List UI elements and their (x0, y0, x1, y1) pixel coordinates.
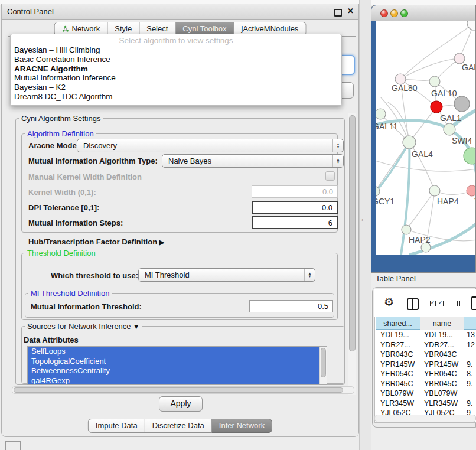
attribute-list-item[interactable]: gal4RGexp (28, 376, 327, 386)
which-threshold-label: Which threshold to use: (51, 271, 138, 280)
which-threshold-value: MI Threshold (145, 270, 190, 279)
mi-type-value: Naive Bayes (168, 156, 211, 165)
network-node[interactable] (402, 225, 411, 234)
attribute-list-item[interactable]: SelfLoops (28, 347, 327, 357)
manual-kernel-checkbox[interactable] (325, 171, 335, 181)
network-node[interactable] (467, 21, 476, 30)
table-cell: YDR27... (420, 340, 464, 350)
mi-threshold-field[interactable]: 0.5 (249, 300, 333, 312)
tab-impute-data-label: Impute Data (96, 419, 138, 432)
zoom-traffic-light[interactable] (400, 9, 408, 17)
mi-type-combo[interactable]: Naive Bayes ▲▼ (162, 154, 344, 168)
scrollbar-thumb[interactable] (321, 348, 326, 377)
scrollbar-thumb[interactable] (349, 115, 356, 351)
minimized-panel-icon[interactable] (5, 441, 21, 450)
table-row[interactable]: YLR345WYLR345W9. (376, 399, 476, 409)
data-attributes-list[interactable]: SelfLoopsTopologicalCoefficientBetweenne… (27, 346, 327, 385)
column-header-shared[interactable]: shared... (376, 317, 420, 330)
dropdown-item[interactable]: Bayesian – Hill Climbing (11, 45, 341, 55)
table-row[interactable]: YER054CYER054C8. (376, 369, 476, 379)
desktop: Control Panel ✕ Network Style Select Cyn… (0, 0, 476, 450)
settings-vertical-scrollbar[interactable] (348, 113, 356, 395)
float-window-icon[interactable] (334, 9, 342, 17)
attribute-list-item[interactable]: TopologicalCoefficient (28, 357, 327, 367)
network-canvas[interactable]: GALGAL80GAL10GAL1GAL11SWI4GAL4GCY1HAP4YH… (376, 21, 476, 255)
table-horizontal-scrollbar[interactable] (374, 415, 476, 422)
scrollbar-thumb[interactable] (14, 387, 343, 393)
network-edge (400, 58, 459, 79)
table-cell: 9. (464, 360, 476, 370)
table-row[interactable]: YPR145WYPR145W9. (376, 360, 476, 370)
network-icon (62, 25, 69, 32)
which-threshold-combo[interactable]: MI Threshold ▲▼ (138, 268, 315, 282)
apply-button[interactable]: Apply (159, 396, 203, 412)
tab-discretize-data[interactable]: Discretize Data (145, 419, 212, 433)
dropdown-item[interactable]: ARACNE Algorithm (11, 64, 341, 74)
network-edge (406, 191, 435, 230)
dropdown-item[interactable]: Basic Correlation Inference (11, 55, 341, 64)
collapse-down-icon: ▼ (133, 323, 139, 330)
table-row[interactable]: YBR045CYBR045C9. (376, 379, 476, 389)
control-panel-titlebar[interactable]: Control Panel ✕ (2, 4, 358, 20)
tab-impute-data[interactable]: Impute Data (88, 419, 145, 433)
minimize-traffic-light[interactable] (390, 9, 398, 17)
attribute-list-item[interactable]: BetweennessCentrality (28, 366, 327, 376)
unchecked-pair-icon[interactable] (452, 301, 465, 306)
tab-infer-network[interactable]: Infer Network (212, 419, 272, 433)
page-icon[interactable] (471, 296, 476, 310)
table-cell: 9. (464, 399, 476, 409)
network-node[interactable] (444, 123, 455, 135)
collapse-right-icon: ▶ (159, 239, 164, 246)
network-node[interactable] (431, 101, 442, 113)
dropdown-item[interactable]: Dream8 DC_TDC Algorithm (11, 92, 341, 102)
attributes-scrollbar[interactable] (319, 347, 327, 384)
network-node[interactable] (454, 96, 470, 112)
divider-grabber-icon[interactable]: ‹ (361, 218, 364, 222)
algorithm-dropdown-list: Select algorithm to view settings Bayesi… (10, 34, 342, 106)
bottom-tabs: Impute Data Discretize Data Infer Networ… (88, 419, 272, 433)
table-row[interactable]: YBR043CYBR043C (376, 350, 476, 360)
sources-toggle[interactable]: Sources for Network Inference ▼ (25, 322, 142, 331)
split-columns-icon[interactable] (407, 298, 419, 310)
stepper-icon: ▲▼ (332, 139, 343, 152)
kernel-width-label: Kernel Width (0,1): (28, 188, 96, 197)
dropdown-item[interactable]: Bayesian – K2 (11, 83, 341, 92)
mi-steps-field[interactable]: 6 (252, 216, 338, 229)
cyni-algorithm-settings-title: Cyni Algorithm Settings (19, 114, 103, 123)
settings-horizontal-scrollbar[interactable] (12, 386, 354, 394)
close-traffic-light[interactable] (380, 9, 388, 17)
stepper-icon: ▲▼ (304, 269, 315, 281)
network-edge (376, 159, 476, 171)
tab-infer-network-label: Infer Network (219, 419, 265, 432)
network-node[interactable] (421, 243, 431, 252)
hub-definition-toggle[interactable]: Hub/Transcription Factor Definition ▶ (28, 237, 164, 246)
table-cell: YPR145W (376, 360, 420, 370)
network-window-titlebar[interactable] (371, 5, 475, 21)
network-node[interactable] (376, 109, 386, 119)
table-toolbar: ⚙ (374, 289, 476, 317)
network-node[interactable] (429, 185, 440, 196)
network-node[interactable] (464, 148, 476, 164)
mi-steps-label: Mutual Information Steps: (28, 219, 123, 227)
network-node-label: HAP4 (437, 197, 459, 206)
dropdown-item[interactable]: Mutual Information Inference (11, 73, 341, 83)
column-header-name[interactable]: name (420, 317, 464, 330)
tab-discretize-data-label: Discretize Data (152, 419, 204, 432)
column-header-third[interactable] (464, 317, 476, 330)
checked-pair-icon[interactable] (430, 301, 444, 306)
table-cell: YER054C (420, 369, 464, 379)
table-row[interactable]: YDR27...YDR27...12 (376, 340, 476, 350)
close-icon[interactable]: ✕ (347, 6, 354, 15)
network-node[interactable] (467, 185, 476, 196)
aracne-mode-combo[interactable]: Discovery ▲▼ (77, 139, 344, 152)
network-node[interactable] (429, 76, 440, 87)
gear-icon[interactable]: ⚙ (384, 295, 394, 309)
table-cell: YBL079W (376, 389, 420, 399)
table-row[interactable]: YDL19...YDL19...13 (376, 330, 476, 340)
table-row[interactable]: YBL079WYBL079W (376, 389, 476, 399)
mi-threshold-label: Mutual Information Threshold: (31, 302, 142, 311)
network-node[interactable] (403, 136, 416, 149)
table-panel-title: Table Panel (376, 274, 416, 283)
panel-divider[interactable] (359, 0, 371, 450)
dpi-tolerance-field[interactable]: 0.0 (252, 201, 338, 214)
